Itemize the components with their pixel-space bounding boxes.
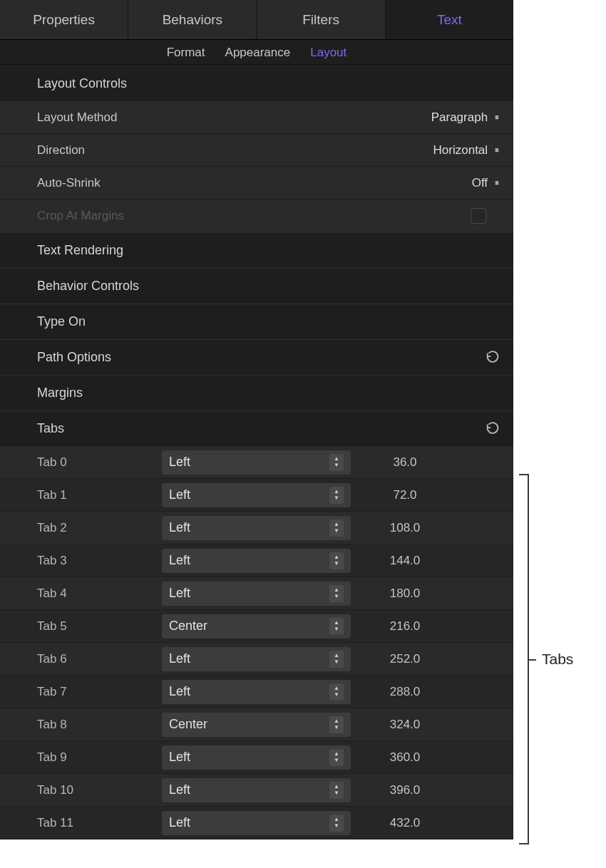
param-label: Direction bbox=[37, 143, 194, 157]
tab-row: Tab 2Left▲▼108.0 bbox=[0, 512, 513, 544]
tab-label: Text bbox=[437, 12, 462, 28]
tab-align-select[interactable]: Left▲▼ bbox=[162, 549, 351, 573]
inspector-panel: Properties Behaviors Filters Text Format… bbox=[0, 0, 513, 839]
section-text-rendering[interactable]: Text Rendering bbox=[0, 232, 513, 268]
tab-row-label: Tab 0 bbox=[37, 455, 162, 470]
select-value: Center bbox=[169, 717, 329, 732]
tab-row-label: Tab 2 bbox=[37, 521, 162, 535]
tab-row-label: Tab 8 bbox=[37, 718, 162, 732]
select-value: Left bbox=[169, 684, 329, 699]
tab-position-value[interactable]: 432.0 bbox=[359, 816, 500, 830]
tab-row-label: Tab 1 bbox=[37, 488, 162, 502]
tab-align-select[interactable]: Left▲▼ bbox=[162, 647, 351, 671]
tab-label: Behaviors bbox=[163, 12, 223, 28]
tab-row: Tab 7Left▲▼288.0 bbox=[0, 676, 513, 708]
select-value: Left bbox=[169, 455, 329, 470]
tab-align-select[interactable]: Left▲▼ bbox=[162, 680, 351, 704]
tab-align-select[interactable]: Left▲▼ bbox=[162, 450, 351, 475]
tab-row: Tab 5Center▲▼216.0 bbox=[0, 610, 513, 643]
tab-align-select[interactable]: Center▲▼ bbox=[162, 614, 351, 639]
tab-position-value[interactable]: 360.0 bbox=[359, 750, 500, 765]
section-behavior-controls[interactable]: Behavior Controls bbox=[0, 268, 513, 304]
tab-align-select[interactable]: Left▲▼ bbox=[162, 516, 351, 540]
layout-method-popup[interactable]: Paragraph ▲▼ bbox=[431, 110, 500, 125]
param-label: Layout Method bbox=[37, 110, 194, 125]
tab-row-label: Tab 3 bbox=[37, 554, 162, 568]
section-type-on[interactable]: Type On bbox=[0, 304, 513, 339]
tabs-parameter-list: Tab 0Left▲▼36.0Tab 1Left▲▼72.0Tab 2Left▲… bbox=[0, 446, 513, 839]
tab-filters[interactable]: Filters bbox=[257, 0, 386, 39]
tab-row-label: Tab 11 bbox=[37, 816, 162, 830]
stepper-arrows-icon: ▲▼ bbox=[329, 520, 344, 537]
param-auto-shrink: Auto-Shrink Off ▲▼ bbox=[0, 167, 513, 200]
subtab-appearance[interactable]: Appearance bbox=[225, 46, 291, 60]
tab-position-value[interactable]: 288.0 bbox=[359, 685, 500, 699]
select-value: Left bbox=[169, 553, 329, 568]
tab-row-label: Tab 7 bbox=[37, 685, 162, 699]
auto-shrink-popup[interactable]: Off ▲▼ bbox=[472, 176, 500, 190]
tab-position-value[interactable]: 72.0 bbox=[359, 488, 500, 502]
tab-text[interactable]: Text bbox=[386, 0, 513, 39]
tab-align-select[interactable]: Center▲▼ bbox=[162, 713, 351, 737]
stepper-arrows-icon: ▲▼ bbox=[329, 815, 344, 832]
tab-position-value[interactable]: 324.0 bbox=[359, 718, 500, 732]
tab-align-select[interactable]: Left▲▼ bbox=[162, 778, 351, 802]
param-direction: Direction Horizontal ▲▼ bbox=[0, 134, 513, 167]
tab-label: Filters bbox=[302, 12, 339, 28]
section-title: Path Options bbox=[37, 350, 111, 364]
stepper-arrows-icon: ▲▼ bbox=[329, 749, 344, 766]
tab-behaviors[interactable]: Behaviors bbox=[128, 0, 257, 39]
tab-row: Tab 8Center▲▼324.0 bbox=[0, 708, 513, 741]
tab-position-value[interactable]: 396.0 bbox=[359, 783, 500, 797]
tab-row: Tab 10Left▲▼396.0 bbox=[0, 774, 513, 807]
popup-value: Horizontal bbox=[433, 143, 488, 157]
select-value: Center bbox=[169, 619, 329, 634]
tab-position-value[interactable]: 36.0 bbox=[359, 455, 500, 470]
section-margins[interactable]: Margins bbox=[0, 375, 513, 410]
tab-row: Tab 9Left▲▼360.0 bbox=[0, 741, 513, 774]
tab-row-label: Tab 5 bbox=[37, 619, 162, 634]
select-value: Left bbox=[169, 520, 329, 535]
tab-row-label: Tab 10 bbox=[37, 783, 162, 797]
section-layout-controls[interactable]: Layout Controls bbox=[0, 66, 513, 101]
select-value: Left bbox=[169, 487, 329, 502]
tab-align-select[interactable]: Left▲▼ bbox=[162, 745, 351, 770]
stepper-arrows-icon: ▲▼ bbox=[329, 782, 344, 799]
popup-value: Paragraph bbox=[431, 110, 488, 125]
subtab-format[interactable]: Format bbox=[167, 46, 205, 60]
tab-position-value[interactable]: 144.0 bbox=[359, 554, 500, 568]
stepper-arrows-icon: ▲▼ bbox=[329, 585, 344, 602]
select-value: Left bbox=[169, 815, 329, 830]
tab-row: Tab 3Left▲▼144.0 bbox=[0, 544, 513, 577]
tab-row-label: Tab 6 bbox=[37, 652, 162, 666]
select-value: Left bbox=[169, 750, 329, 765]
section-path-options[interactable]: Path Options bbox=[0, 339, 513, 375]
annotation-tabs-callout: Tabs bbox=[519, 474, 573, 844]
param-crop-at-margins: Crop At Margins bbox=[0, 200, 513, 232]
reset-icon[interactable] bbox=[485, 421, 500, 437]
stepper-arrows-icon: ▲▼ bbox=[329, 716, 344, 733]
crop-at-margins-checkbox bbox=[471, 208, 486, 224]
section-title: Tabs bbox=[37, 421, 64, 435]
subtab-layout[interactable]: Layout bbox=[310, 46, 346, 60]
popup-value: Off bbox=[472, 176, 488, 190]
tab-position-value[interactable]: 252.0 bbox=[359, 652, 500, 666]
sub-tab-bar: Format Appearance Layout bbox=[0, 40, 513, 66]
tab-position-value[interactable]: 180.0 bbox=[359, 587, 500, 601]
section-tabs[interactable]: Tabs bbox=[0, 410, 513, 446]
stepper-arrows-icon: ▲▼ bbox=[493, 182, 500, 183]
tab-row: Tab 1Left▲▼72.0 bbox=[0, 479, 513, 512]
reset-icon[interactable] bbox=[485, 350, 500, 366]
direction-popup[interactable]: Horizontal ▲▼ bbox=[433, 143, 500, 157]
tab-align-select[interactable]: Left▲▼ bbox=[162, 483, 351, 507]
select-value: Left bbox=[169, 782, 329, 797]
tab-align-select[interactable]: Left▲▼ bbox=[162, 582, 351, 606]
tab-properties[interactable]: Properties bbox=[0, 0, 128, 39]
tab-position-value[interactable]: 108.0 bbox=[359, 521, 500, 535]
tab-position-value[interactable]: 216.0 bbox=[359, 619, 500, 634]
tab-row: Tab 6Left▲▼252.0 bbox=[0, 643, 513, 676]
select-value: Left bbox=[169, 586, 329, 601]
stepper-arrows-icon: ▲▼ bbox=[329, 487, 344, 504]
tab-align-select[interactable]: Left▲▼ bbox=[162, 811, 351, 835]
param-label: Auto-Shrink bbox=[37, 176, 194, 190]
